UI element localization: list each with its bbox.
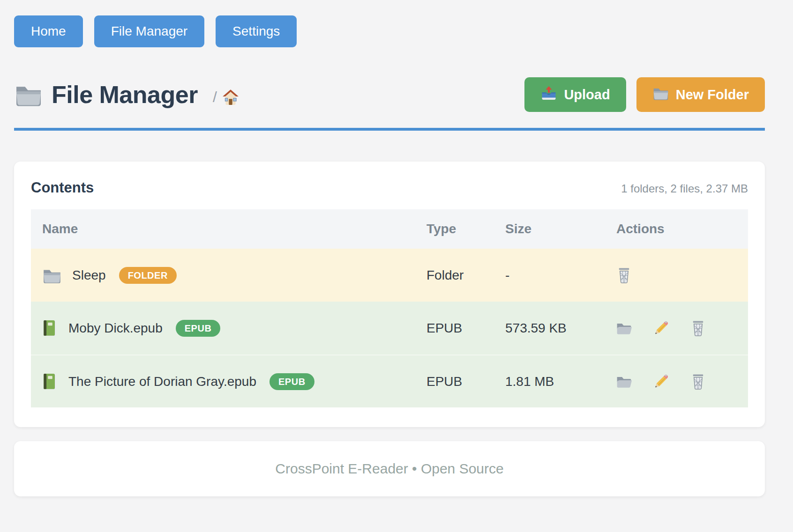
nav-settings-button[interactable]: Settings — [216, 15, 297, 47]
epub-badge: EPUB — [269, 373, 314, 390]
item-type: EPUB — [415, 374, 494, 389]
new-folder-button-label: New Folder — [676, 87, 749, 103]
item-type: EPUB — [415, 321, 494, 336]
contents-heading: Contents — [31, 179, 94, 196]
folder-icon — [42, 267, 62, 284]
contents-summary: 1 folders, 2 files, 2.37 MB — [621, 182, 748, 195]
page-header: File Manager / Upload New Folder — [14, 77, 765, 112]
page-title: File Manager — [52, 81, 198, 109]
item-size: 573.59 KB — [494, 321, 605, 336]
upload-button-label: Upload — [564, 87, 610, 103]
new-folder-button[interactable]: New Folder — [636, 77, 765, 112]
trash-icon — [616, 266, 632, 284]
toolbar: Upload New Folder — [524, 77, 765, 112]
column-header-type: Type — [415, 222, 494, 236]
delete-button[interactable] — [690, 373, 706, 390]
rename-button[interactable] — [653, 319, 669, 337]
column-header-name: Name — [31, 222, 415, 236]
delete-button[interactable] — [616, 266, 632, 284]
epub-badge: EPUB — [176, 320, 221, 337]
book-icon — [42, 319, 58, 337]
breadcrumb: / — [213, 89, 239, 106]
pencil-icon — [653, 319, 669, 337]
rename-button[interactable] — [653, 373, 669, 390]
open-folder-icon — [616, 319, 632, 337]
item-name[interactable]: Sleep — [72, 268, 106, 283]
nav-home-button[interactable]: Home — [14, 15, 83, 47]
table-row-dorian-gray[interactable]: The Picture of Dorian Gray.epub EPUB EPU… — [31, 355, 748, 407]
move-button[interactable] — [616, 319, 632, 337]
move-button[interactable] — [616, 373, 632, 390]
item-size: 1.81 MB — [494, 374, 605, 389]
file-manager-page: Home File Manager Settings File Manager … — [0, 0, 793, 532]
item-name[interactable]: The Picture of Dorian Gray.epub — [68, 374, 256, 389]
folder-badge: FOLDER — [119, 267, 177, 284]
folder-icon — [14, 82, 43, 107]
table-row-sleep[interactable]: Sleep FOLDER Folder - — [31, 249, 748, 302]
open-folder-icon — [616, 373, 632, 390]
trash-icon — [690, 373, 706, 390]
contents-card: Contents 1 folders, 2 files, 2.37 MB Nam… — [14, 162, 765, 427]
column-header-actions: Actions — [605, 222, 748, 236]
home-icon[interactable] — [222, 89, 239, 105]
upload-tray-icon — [540, 86, 557, 104]
table-header-row: Name Type Size Actions — [31, 209, 748, 249]
footer: CrossPoint E-Reader • Open Source — [14, 441, 765, 496]
header-divider — [14, 128, 765, 131]
delete-button[interactable] — [690, 319, 706, 337]
breadcrumb-separator: / — [213, 89, 217, 106]
item-type: Folder — [415, 268, 494, 283]
pencil-icon — [653, 373, 669, 390]
column-header-size: Size — [494, 222, 605, 236]
book-icon — [42, 373, 58, 391]
new-folder-icon — [652, 86, 669, 104]
item-size: - — [494, 268, 605, 283]
nav-file-manager-button[interactable]: File Manager — [94, 15, 204, 47]
files-table: Name Type Size Actions Sleep FOLDER Fold… — [31, 209, 748, 407]
upload-button[interactable]: Upload — [524, 77, 626, 112]
item-name[interactable]: Moby Dick.epub — [68, 321, 163, 336]
footer-text: CrossPoint E-Reader • Open Source — [275, 461, 503, 477]
top-nav: Home File Manager Settings — [14, 15, 765, 47]
table-row-moby-dick[interactable]: Moby Dick.epub EPUB EPUB 573.59 KB — [31, 302, 748, 355]
trash-icon — [690, 319, 706, 337]
